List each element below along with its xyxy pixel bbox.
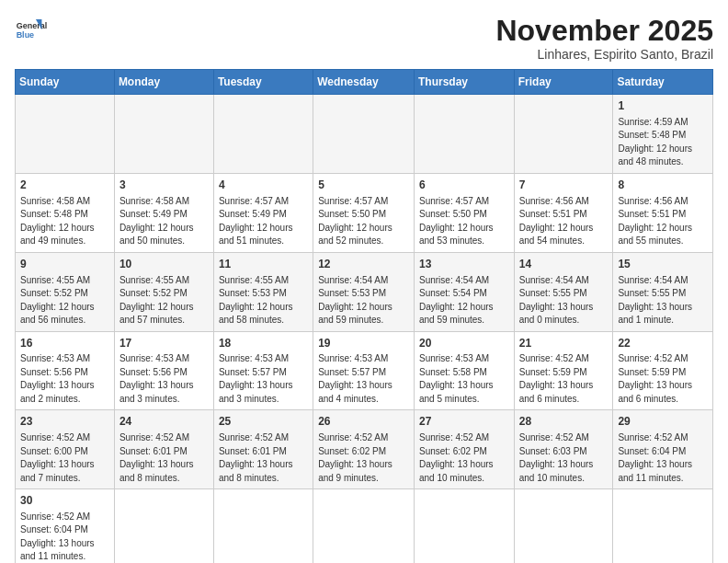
calendar-cell: 25Sunrise: 4:52 AM Sunset: 6:01 PM Dayli… — [213, 410, 313, 489]
day-number: 1 — [618, 98, 708, 114]
calendar-cell: 22Sunrise: 4:52 AM Sunset: 5:59 PM Dayli… — [613, 331, 713, 410]
day-number: 20 — [419, 336, 509, 351]
day-info: Sunrise: 4:52 AM Sunset: 6:00 PM Dayligh… — [20, 431, 109, 485]
calendar-week-row: 2Sunrise: 4:58 AM Sunset: 5:48 PM Daylig… — [16, 173, 713, 252]
calendar-cell: 6Sunrise: 4:57 AM Sunset: 5:50 PM Daylig… — [414, 173, 514, 252]
calendar-cell: 26Sunrise: 4:52 AM Sunset: 6:02 PM Dayli… — [313, 410, 415, 489]
day-number: 23 — [20, 414, 109, 430]
weekday-header-monday: Monday — [114, 70, 213, 95]
day-info: Sunrise: 4:54 AM Sunset: 5:55 PM Dayligh… — [519, 274, 609, 327]
day-info: Sunrise: 4:58 AM Sunset: 5:49 PM Dayligh… — [119, 195, 209, 248]
title-area: November 2025 Linhares, Espirito Santo, … — [495, 15, 713, 62]
day-number: 9 — [20, 257, 109, 272]
calendar-cell: 20Sunrise: 4:53 AM Sunset: 5:58 PM Dayli… — [414, 331, 514, 410]
weekday-header-row: SundayMondayTuesdayWednesdayThursdayFrid… — [16, 70, 713, 95]
day-number: 25 — [219, 414, 308, 430]
day-info: Sunrise: 4:54 AM Sunset: 5:53 PM Dayligh… — [318, 274, 409, 327]
day-info: Sunrise: 4:53 AM Sunset: 5:58 PM Dayligh… — [419, 352, 509, 406]
calendar-cell: 10Sunrise: 4:55 AM Sunset: 5:52 PM Dayli… — [114, 252, 213, 331]
day-number: 6 — [419, 178, 509, 193]
day-info: Sunrise: 4:52 AM Sunset: 6:02 PM Dayligh… — [419, 431, 509, 485]
logo-icon: GeneralBlue — [15, 15, 48, 48]
calendar-cell: 19Sunrise: 4:53 AM Sunset: 5:57 PM Dayli… — [313, 331, 415, 410]
day-number: 4 — [219, 178, 308, 193]
calendar-cell: 9Sunrise: 4:55 AM Sunset: 5:52 PM Daylig… — [16, 252, 115, 331]
day-number: 11 — [219, 257, 308, 272]
day-number: 5 — [318, 178, 409, 193]
calendar-cell — [16, 95, 115, 174]
svg-text:General: General — [17, 21, 48, 30]
day-number: 29 — [618, 414, 708, 430]
weekday-header-tuesday: Tuesday — [213, 70, 313, 95]
day-info: Sunrise: 4:53 AM Sunset: 5:56 PM Dayligh… — [119, 352, 209, 406]
calendar-cell: 14Sunrise: 4:54 AM Sunset: 5:55 PM Dayli… — [514, 252, 613, 331]
day-info: Sunrise: 4:52 AM Sunset: 5:59 PM Dayligh… — [618, 352, 708, 406]
calendar-cell — [114, 489, 213, 563]
day-number: 7 — [519, 178, 609, 193]
day-info: Sunrise: 4:53 AM Sunset: 5:56 PM Dayligh… — [20, 352, 109, 406]
weekday-header-saturday: Saturday — [613, 70, 713, 95]
calendar-cell: 24Sunrise: 4:52 AM Sunset: 6:01 PM Dayli… — [114, 410, 213, 489]
day-info: Sunrise: 4:56 AM Sunset: 5:51 PM Dayligh… — [618, 195, 708, 248]
calendar-cell — [114, 95, 213, 174]
calendar-week-row: 16Sunrise: 4:53 AM Sunset: 5:56 PM Dayli… — [16, 331, 713, 410]
calendar-cell — [414, 489, 514, 563]
calendar-cell — [213, 489, 313, 563]
day-info: Sunrise: 4:57 AM Sunset: 5:49 PM Dayligh… — [219, 195, 308, 248]
day-number: 22 — [618, 336, 708, 351]
day-info: Sunrise: 4:55 AM Sunset: 5:53 PM Dayligh… — [219, 274, 308, 327]
calendar-cell — [514, 95, 613, 174]
location: Linhares, Espirito Santo, Brazil — [495, 47, 713, 62]
calendar-cell — [313, 95, 415, 174]
calendar-cell: 28Sunrise: 4:52 AM Sunset: 6:03 PM Dayli… — [514, 410, 613, 489]
day-info: Sunrise: 4:52 AM Sunset: 6:04 PM Dayligh… — [20, 511, 109, 563]
calendar-cell: 12Sunrise: 4:54 AM Sunset: 5:53 PM Dayli… — [313, 252, 415, 331]
calendar-cell: 11Sunrise: 4:55 AM Sunset: 5:53 PM Dayli… — [213, 252, 313, 331]
day-number: 16 — [20, 336, 109, 351]
svg-text:Blue: Blue — [17, 30, 35, 40]
calendar-week-row: 1Sunrise: 4:59 AM Sunset: 5:48 PM Daylig… — [16, 95, 713, 174]
day-number: 19 — [318, 336, 409, 351]
page-header: GeneralBlue November 2025 Linhares, Espi… — [15, 15, 713, 62]
day-info: Sunrise: 4:57 AM Sunset: 5:50 PM Dayligh… — [419, 195, 509, 248]
day-number: 24 — [119, 414, 209, 430]
calendar-cell — [414, 95, 514, 174]
day-number: 18 — [219, 336, 308, 351]
day-number: 13 — [419, 257, 509, 272]
calendar-cell: 18Sunrise: 4:53 AM Sunset: 5:57 PM Dayli… — [213, 331, 313, 410]
calendar-cell — [613, 489, 713, 563]
day-info: Sunrise: 4:52 AM Sunset: 6:01 PM Dayligh… — [119, 431, 209, 485]
day-number: 28 — [519, 414, 609, 430]
calendar-cell — [213, 95, 313, 174]
day-info: Sunrise: 4:53 AM Sunset: 5:57 PM Dayligh… — [318, 352, 409, 406]
calendar-cell: 23Sunrise: 4:52 AM Sunset: 6:00 PM Dayli… — [16, 410, 115, 489]
day-number: 2 — [20, 178, 109, 193]
day-info: Sunrise: 4:54 AM Sunset: 5:54 PM Dayligh… — [419, 274, 509, 327]
calendar-cell: 8Sunrise: 4:56 AM Sunset: 5:51 PM Daylig… — [613, 173, 713, 252]
weekday-header-sunday: Sunday — [16, 70, 115, 95]
calendar-cell: 1Sunrise: 4:59 AM Sunset: 5:48 PM Daylig… — [613, 95, 713, 174]
calendar-week-row: 30Sunrise: 4:52 AM Sunset: 6:04 PM Dayli… — [16, 489, 713, 563]
calendar-cell: 5Sunrise: 4:57 AM Sunset: 5:50 PM Daylig… — [313, 173, 415, 252]
day-number: 30 — [20, 493, 109, 509]
day-info: Sunrise: 4:52 AM Sunset: 6:01 PM Dayligh… — [219, 431, 308, 485]
calendar-cell: 7Sunrise: 4:56 AM Sunset: 5:51 PM Daylig… — [514, 173, 613, 252]
calendar-cell: 2Sunrise: 4:58 AM Sunset: 5:48 PM Daylig… — [16, 173, 115, 252]
day-info: Sunrise: 4:52 AM Sunset: 6:03 PM Dayligh… — [519, 431, 609, 485]
day-info: Sunrise: 4:55 AM Sunset: 5:52 PM Dayligh… — [20, 274, 109, 327]
day-number: 12 — [318, 257, 409, 272]
month-title: November 2025 — [495, 15, 713, 47]
logo: GeneralBlue — [15, 15, 48, 48]
day-info: Sunrise: 4:56 AM Sunset: 5:51 PM Dayligh… — [519, 195, 609, 248]
calendar-cell: 15Sunrise: 4:54 AM Sunset: 5:55 PM Dayli… — [613, 252, 713, 331]
day-number: 26 — [318, 414, 409, 430]
day-info: Sunrise: 4:52 AM Sunset: 6:04 PM Dayligh… — [618, 431, 708, 485]
day-number: 15 — [618, 257, 708, 272]
calendar-cell: 4Sunrise: 4:57 AM Sunset: 5:49 PM Daylig… — [213, 173, 313, 252]
day-number: 21 — [519, 336, 609, 351]
calendar-cell: 3Sunrise: 4:58 AM Sunset: 5:49 PM Daylig… — [114, 173, 213, 252]
day-info: Sunrise: 4:58 AM Sunset: 5:48 PM Dayligh… — [20, 195, 109, 248]
calendar-cell: 21Sunrise: 4:52 AM Sunset: 5:59 PM Dayli… — [514, 331, 613, 410]
weekday-header-friday: Friday — [514, 70, 613, 95]
calendar-cell: 29Sunrise: 4:52 AM Sunset: 6:04 PM Dayli… — [613, 410, 713, 489]
